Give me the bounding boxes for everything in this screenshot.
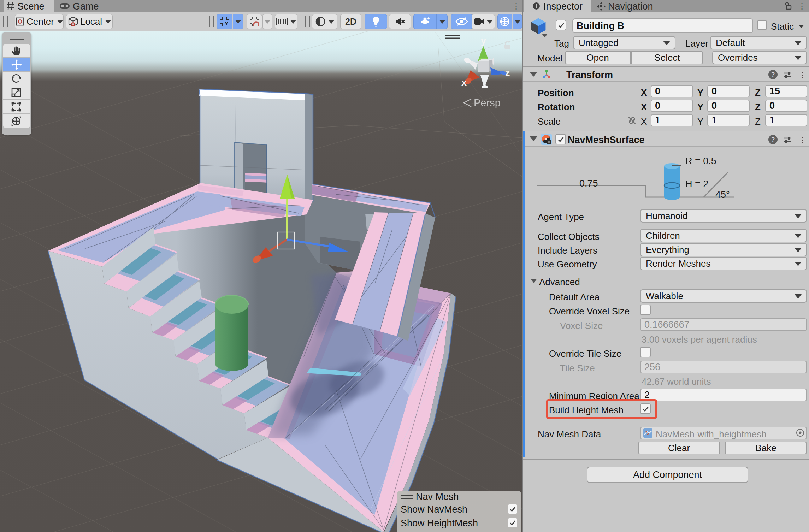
svg-text:45°: 45° [715,189,730,200]
svg-text:y: y [481,35,486,46]
svg-text:Y: Y [225,20,228,26]
svg-text:0.75: 0.75 [579,178,598,189]
svg-text:H = 2: H = 2 [685,179,708,189]
svg-text:R = 0.5: R = 0.5 [685,156,716,166]
svg-text:?: ? [771,71,775,78]
svg-text:?: ? [771,136,775,143]
svg-text:Persp: Persp [474,97,501,108]
svg-text:x: x [461,77,467,88]
svg-text:z: z [505,67,510,78]
